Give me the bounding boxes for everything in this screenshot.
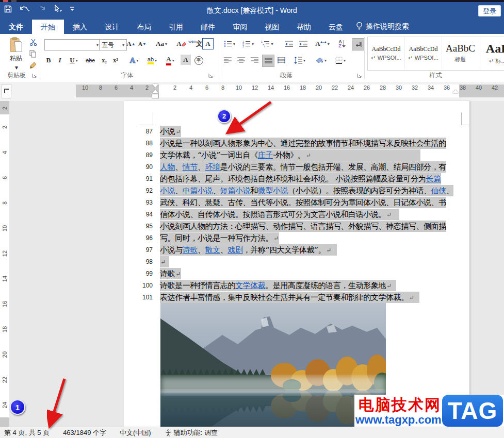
- landscape-photo[interactable]: [160, 303, 386, 427]
- style-item[interactable]: AaB↵ 标...: [479, 37, 504, 69]
- bullet-list-button[interactable]: ▾: [222, 38, 237, 49]
- tab-云盘[interactable]: 云盘: [320, 20, 352, 34]
- clear-format-button[interactable]: A: [175, 38, 188, 49]
- character-shading-button[interactable]: A: [181, 55, 191, 65]
- hyperlink[interactable]: 仙侠: [431, 186, 446, 195]
- font-name-combo[interactable]: ▾: [44, 39, 101, 50]
- tab-视图[interactable]: 视图: [256, 20, 288, 34]
- align-right-button[interactable]: [249, 55, 260, 66]
- enclose-characters-button[interactable]: 字: [193, 55, 204, 66]
- paste-button[interactable]: 粘贴 ▾: [4, 37, 28, 71]
- left-indent-marker[interactable]: [152, 94, 159, 98]
- login-button[interactable]: 登录: [478, 5, 501, 16]
- hyperlink[interactable]: 微型小说: [258, 186, 288, 195]
- horizontal-ruler[interactable]: 1086422468101214161820222426283032343638…: [0, 82, 504, 101]
- customize-qat-icon[interactable]: [70, 5, 75, 12]
- hyperlink[interactable]: 戏剧: [227, 245, 242, 255]
- mouse-mode-icon[interactable]: [53, 5, 62, 13]
- tell-me-box[interactable]: 操作说明搜索: [356, 20, 409, 34]
- align-center-button[interactable]: [235, 55, 247, 66]
- justify-button[interactable]: [262, 55, 274, 67]
- doc-line[interactable]: 96写。同时，小说是一种写作方法。↵: [124, 232, 469, 244]
- tab-file[interactable]: 文件: [0, 20, 32, 34]
- right-indent-marker[interactable]: [452, 90, 459, 93]
- page-indicator[interactable]: 第 4 页, 共 5 页: [4, 428, 50, 437]
- subscript-button[interactable]: x₂: [99, 55, 109, 66]
- save-icon[interactable]: [4, 5, 12, 13]
- document-page[interactable]: 87小说↵88小说是一种以刻画人物形象为中心、通过完整的故事情节和环境描写来反映…: [124, 101, 469, 427]
- distribute-button[interactable]: [275, 55, 287, 66]
- paragraph-dialog-launcher[interactable]: [357, 72, 362, 77]
- clipboard-dialog-launcher[interactable]: [32, 72, 37, 77]
- font-dialog-launcher[interactable]: [208, 72, 214, 77]
- show-hide-marks-button[interactable]: [352, 38, 364, 50]
- doc-line[interactable]: 94信体小说、自传体小说。按照语言形式可分为文言小说和白话小说。↵: [124, 209, 469, 220]
- increase-indent-button[interactable]: [297, 38, 310, 49]
- hyperlink[interactable]: 文学体裁: [235, 281, 265, 290]
- hyperlink[interactable]: 中篇小说: [183, 186, 213, 195]
- doc-line[interactable]: 101表达作者丰富情感，集中反映社会生活并具有一定节奏和韵律的文学体裁。↵: [124, 292, 469, 303]
- hyperlink[interactable]: 庄子: [258, 150, 273, 160]
- doc-line[interactable]: 87小说↵: [124, 126, 469, 137]
- tab-设计[interactable]: 设计: [96, 20, 128, 34]
- line-spacing-button[interactable]: ▾: [291, 55, 308, 66]
- tab-帮助[interactable]: 帮助: [288, 20, 320, 34]
- hyperlink[interactable]: 短篇小说: [220, 186, 250, 195]
- character-border-button[interactable]: A: [202, 38, 214, 49]
- word-count[interactable]: 463/1849 个字: [63, 428, 106, 437]
- tab-插入[interactable]: 插入: [64, 20, 96, 34]
- tab-邮件[interactable]: 邮件: [192, 20, 224, 34]
- shrink-font-button[interactable]: A▼: [137, 38, 148, 49]
- align-left-button[interactable]: [222, 55, 233, 66]
- tab-引用[interactable]: 引用: [160, 20, 192, 34]
- copy-button[interactable]: [28, 48, 38, 59]
- doc-line[interactable]: 95小说刻画人物的方法：心理描写、动作描写、语言描写、外貌描写、神态描写、侧面描: [124, 221, 469, 232]
- underline-button[interactable]: U▾: [67, 55, 80, 66]
- vertical-ruler[interactable]: 224681012141618202224: [0, 101, 9, 427]
- hyperlink[interactable]: 情节: [183, 162, 198, 172]
- doc-line[interactable]: 88小说是一种以刻画人物形象为中心、通过完整的故事情节和环境描写来反映社会生活的: [124, 138, 469, 149]
- style-item[interactable]: AaBbCcDd↵ WPSOf...: [405, 37, 442, 69]
- font-size-combo[interactable]: 五号▾: [99, 39, 127, 50]
- highlight-color-button[interactable]: ab▾: [144, 55, 160, 66]
- pinyin-guide-button[interactable]: wén文: [190, 38, 201, 49]
- doc-line[interactable]: 89文学体裁，“小说”一词出自《庄子·外物》。↵: [124, 149, 469, 161]
- style-item[interactable]: AaBbCcDd↵ WPSOf...: [368, 37, 405, 69]
- hyperlink[interactable]: 诗歌: [183, 245, 198, 255]
- doc-line[interactable]: 92小说、中篇小说、短篇小说和微型小说（小小说）。按照表现的内容可分为神话、仙侠…: [124, 185, 469, 196]
- shading-button[interactable]: ▾: [313, 55, 329, 66]
- hanging-indent-marker[interactable]: [152, 90, 158, 93]
- tab-开始[interactable]: 开始: [32, 20, 64, 34]
- undo-icon[interactable]: [19, 5, 30, 13]
- doc-line[interactable]: 97小说与诗歌、散文、戏剧，并称“四大文学体裁”。↵: [124, 244, 469, 256]
- sort-button[interactable]: AZ: [335, 38, 349, 49]
- cut-button[interactable]: [28, 37, 38, 47]
- change-case-button[interactable]: Aa▾: [153, 38, 170, 49]
- superscript-button[interactable]: x²: [110, 55, 121, 66]
- doc-line[interactable]: 90人物、情节、环境是小说的三要素。情节一般包括开端、发展、高潮、结局四部分，有: [124, 161, 469, 173]
- hyperlink[interactable]: 小说: [160, 186, 175, 195]
- multilevel-list-button[interactable]: 1ai▾: [259, 38, 275, 49]
- tab-审阅[interactable]: 审阅: [224, 20, 256, 34]
- doc-line[interactable]: 98↵: [124, 256, 469, 267]
- italic-button[interactable]: I: [56, 55, 64, 66]
- doc-line[interactable]: 100诗歌是一种抒情言志的文学体裁。是用高度凝练的语言，生动形象地↵: [124, 280, 469, 291]
- hyperlink[interactable]: 人物: [160, 162, 175, 172]
- first-line-indent-marker[interactable]: [152, 84, 158, 88]
- language-indicator[interactable]: 中文(中国): [120, 428, 151, 437]
- strikethrough-button[interactable]: abc: [84, 55, 97, 66]
- style-item[interactable]: AaBbC标题: [442, 37, 479, 69]
- tab-布局[interactable]: 布局: [128, 20, 160, 34]
- doc-line[interactable]: 93武侠、科幻、悬疑、古传、当代等小说。按照体制可分为章回体小说、日记体小说、书: [124, 197, 469, 208]
- borders-button[interactable]: ▾: [332, 55, 349, 66]
- format-painter-button[interactable]: [28, 60, 38, 70]
- hyperlink[interactable]: 长篇: [426, 174, 441, 183]
- accessibility-status[interactable]: 辅助功能: 调查: [165, 428, 218, 437]
- text-effects-button[interactable]: A▾: [127, 55, 141, 66]
- grow-font-button[interactable]: A▲: [126, 38, 136, 49]
- asian-layout-button[interactable]: A▾: [314, 38, 331, 49]
- font-color-button[interactable]: A▾: [163, 55, 177, 66]
- redo-icon[interactable]: [38, 5, 46, 13]
- bold-button[interactable]: B: [44, 55, 53, 66]
- hyperlink[interactable]: 环境: [205, 162, 220, 172]
